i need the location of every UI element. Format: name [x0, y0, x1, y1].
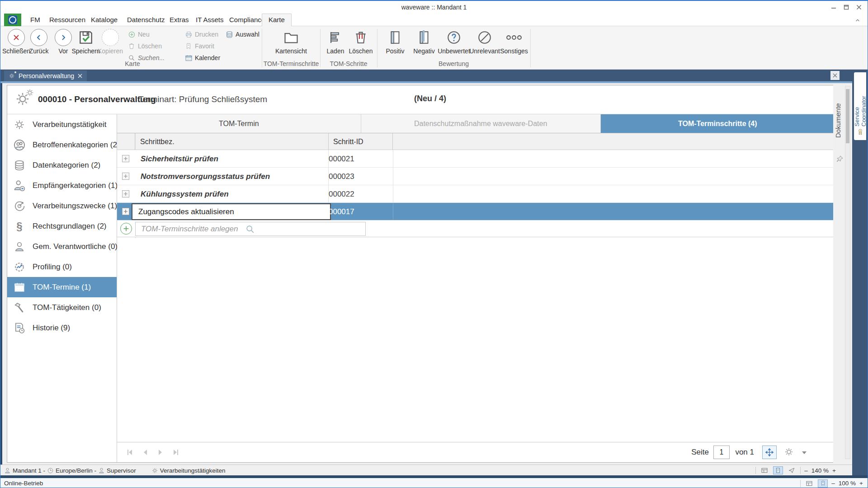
- sidebar-item-datenkategorien[interactable]: Datenkategorien (2): [7, 155, 117, 175]
- selection-button[interactable]: Auswahl: [226, 30, 259, 39]
- sidebar-item-tom-taetigkeiten[interactable]: TOM-Tätigkeiten (0): [7, 297, 117, 318]
- close-icon: [8, 29, 25, 46]
- app-logo[interactable]: [4, 14, 21, 26]
- table-row[interactable]: Sicherheitstür prüfen 000021: [117, 150, 835, 168]
- record-panel: 000010 - Personalverwaltung Terminart: P…: [7, 85, 835, 463]
- window-title: waveware :: Mandant 1: [0, 4, 868, 11]
- plus-circle-icon: [128, 31, 136, 38]
- delete-steps-button[interactable]: Löschen: [348, 28, 374, 61]
- ribbon-tab-kataloge[interactable]: Kataloge: [85, 14, 124, 26]
- zoom-out-button[interactable]: –: [804, 467, 808, 474]
- sidebar: Verarbeitungstätigkeit Betroffenenkatego…: [7, 114, 117, 462]
- sidebar-item-gem-verantwortliche[interactable]: Gem. Verantwortliche (0): [7, 236, 117, 257]
- rate-irrelevant-button[interactable]: Unrelevant: [470, 28, 500, 61]
- grid-view-icon[interactable]: [760, 466, 769, 474]
- rate-negative-button[interactable]: Negativ: [411, 28, 437, 61]
- add-step-input[interactable]: TOM-Terminschritte anlegen: [135, 222, 366, 236]
- ribbon-tab-karte[interactable]: Karte: [262, 14, 292, 26]
- card-view-button[interactable]: Kartensicht: [268, 28, 314, 61]
- print-button[interactable]: Drucken: [185, 30, 218, 39]
- sidebar-item-profiling[interactable]: Profiling (0): [7, 257, 117, 277]
- expand-icon[interactable]: [122, 155, 129, 162]
- database-icon: [13, 159, 26, 172]
- rate-unrated-button[interactable]: Unbewertet: [438, 28, 470, 61]
- close-window-button[interactable]: [853, 3, 865, 12]
- tab-tom-terminschritte[interactable]: TOM-Terminschritte (4): [601, 114, 835, 133]
- service-coordinator-tab[interactable]: Service Coordinator: [854, 72, 866, 140]
- name-edit-cell[interactable]: Zugangscodes aktualisieren: [132, 203, 331, 220]
- document-tab-strip: Personalverwaltung: [0, 70, 852, 81]
- document-tab-personalverwaltung[interactable]: Personalverwaltung: [4, 70, 87, 81]
- tab-tom-termin[interactable]: TOM-Termin: [117, 114, 361, 133]
- column-header-schritt-id[interactable]: Schritt-ID: [329, 133, 393, 150]
- close-tab-icon[interactable]: [78, 74, 82, 78]
- collapse-ribbon-chevron-icon[interactable]: [854, 17, 861, 23]
- fit-view-button[interactable]: [762, 446, 777, 459]
- record-header: 000010 - Personalverwaltung Terminart: P…: [7, 85, 835, 114]
- scrollbar-thumb[interactable]: [846, 89, 849, 143]
- load-steps-button[interactable]: Laden: [322, 28, 349, 61]
- prev-page-icon[interactable]: [142, 449, 149, 456]
- pin-icon[interactable]: [836, 155, 844, 163]
- sidebar-item-verarbeitungszwecke[interactable]: Verarbeitungszwecke (1): [7, 196, 117, 216]
- table-row-selected[interactable]: Zugangscodes aktualisieren 000017: [117, 203, 835, 221]
- app-zoom-out-button[interactable]: –: [831, 480, 835, 487]
- pointer-plane-icon[interactable]: [787, 466, 797, 474]
- history-document-icon: [13, 321, 26, 335]
- bookmark-icon[interactable]: [818, 479, 828, 488]
- tab-datenschutzmassnahme[interactable]: Datenschutzmaßnahme waveware-Daten: [361, 114, 601, 133]
- zoom-in-button[interactable]: +: [832, 467, 836, 474]
- grid-view-icon[interactable]: [804, 479, 814, 488]
- expand-icon[interactable]: [122, 208, 129, 215]
- three-dots-icon: [506, 28, 522, 47]
- table-row[interactable]: Notstromversorgungsstatus prüfen 000023: [117, 168, 835, 185]
- bookmark-star-icon: [185, 42, 193, 50]
- close-document-icon[interactable]: [830, 71, 840, 80]
- expand-icon[interactable]: [122, 173, 129, 180]
- delete-button[interactable]: Löschen: [128, 42, 162, 51]
- application-window: waveware :: Mandant 1 FM Ressourcen Kata…: [0, 0, 868, 488]
- sidebar-item-rechtsgrundlagen[interactable]: § Rechtsgrundlagen (2): [7, 216, 117, 236]
- pagination-bar: Seite von 1: [117, 442, 835, 462]
- content-tabs: TOM-Termin Datenschutzmaßnahme waveware-…: [117, 114, 835, 133]
- sidebar-item-verarbeitungstaetigkeit[interactable]: Verarbeitungstätigkeit: [7, 114, 117, 135]
- next-page-icon[interactable]: [157, 449, 164, 456]
- printer-icon: [185, 31, 193, 38]
- hammer-icon: [13, 301, 26, 314]
- ribbon-group-tom-schritte: TOM-Schritte: [320, 60, 377, 67]
- grid-settings-caret-icon[interactable]: [802, 451, 807, 454]
- documents-panel-tab[interactable]: Dokumente: [834, 91, 845, 150]
- copy-icon: [102, 29, 119, 46]
- first-page-icon[interactable]: [126, 449, 133, 456]
- add-step-row: TOM-Terminschritte anlegen: [117, 221, 835, 237]
- sidebar-item-tom-termine[interactable]: TOM-Termine (1): [7, 277, 117, 297]
- rate-other-button[interactable]: Sonstiges: [500, 28, 528, 61]
- document-view-icon[interactable]: [773, 466, 783, 474]
- add-plus-icon[interactable]: [120, 223, 132, 235]
- bar-chart-icon: [328, 28, 343, 47]
- favorite-button[interactable]: Favorit: [185, 42, 214, 51]
- new-button[interactable]: Neu: [128, 30, 150, 39]
- waveware-logo-icon: [7, 14, 18, 25]
- expand-icon[interactable]: [122, 190, 129, 197]
- sidebar-item-empfaengerkategorien[interactable]: Empfängerkategorien (1): [7, 175, 117, 196]
- user-icon: [98, 467, 105, 474]
- right-dock-margin: Service Coordinator: [852, 70, 868, 478]
- minimize-button[interactable]: [828, 3, 840, 12]
- app-zoom-in-button[interactable]: +: [859, 480, 863, 487]
- back-button[interactable]: Zurück: [26, 28, 52, 61]
- column-header-schrittbez[interactable]: Schrittbez.: [136, 133, 329, 150]
- copy-button[interactable]: Kopieren: [97, 28, 123, 61]
- process-gears-icon: [14, 91, 31, 107]
- sidebar-item-historie[interactable]: Historie (9): [7, 318, 117, 338]
- last-page-icon[interactable]: [172, 449, 179, 456]
- maximize-button[interactable]: [840, 3, 852, 12]
- sidebar-item-betroffenenkategorien[interactable]: Betroffenenkategorien (2): [7, 135, 117, 155]
- save-button[interactable]: Speichern: [73, 28, 99, 61]
- grid-settings-gear-icon[interactable]: [784, 447, 794, 457]
- vertical-scrollbar[interactable]: [845, 86, 850, 459]
- page-number-input[interactable]: [713, 446, 730, 459]
- table-row[interactable]: Kühlungssystem prüfen 000022: [117, 185, 835, 203]
- gear-icon: [9, 73, 15, 79]
- rate-positive-button[interactable]: Positiv: [382, 28, 408, 61]
